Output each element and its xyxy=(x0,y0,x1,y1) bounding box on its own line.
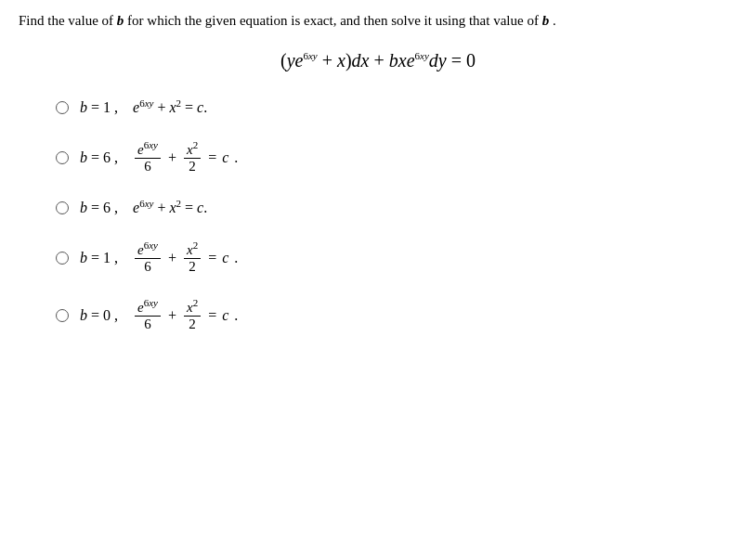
option-row-2: b = 6 , e6xy 6 + x2 2 = c. xyxy=(56,142,737,174)
frac-e6xy-4: e6xy 6 xyxy=(135,242,161,274)
b-value-4: b = 1 , xyxy=(80,250,118,266)
radio-4[interactable] xyxy=(56,252,69,265)
b-value-1: b = 1 , xyxy=(80,99,118,116)
radio-2[interactable] xyxy=(56,151,69,164)
frac-x2-2: x2 2 xyxy=(184,142,201,174)
header-variable: b xyxy=(117,13,124,28)
option-label-1: b = 1 , e6xy + x2 = c. xyxy=(80,99,207,116)
frac-e6xy-2: e6xy 6 xyxy=(135,142,161,174)
header-period: . xyxy=(553,13,556,28)
solution-3: e6xy + x2 = c. xyxy=(133,200,207,216)
option-label-2: b = 6 , e6xy 6 + x2 2 = c. xyxy=(80,142,238,174)
header: Find the value of b for which the given … xyxy=(19,9,737,32)
b-value-5: b = 0 , xyxy=(80,307,118,324)
option-row-5: b = 0 , e6xy 6 + x2 2 = c. xyxy=(56,300,737,331)
frac-x2-4: x2 2 xyxy=(184,242,201,274)
header-suffix: for which the given equation is exact, a… xyxy=(127,13,542,28)
option-row-1: b = 1 , e6xy + x2 = c. xyxy=(56,99,737,116)
main-equation: (ye6xy + x)dx + bxe6xydy = 0 xyxy=(19,50,737,71)
frac-e6xy-5: e6xy 6 xyxy=(135,300,161,331)
b-value-2: b = 6 , xyxy=(80,149,118,166)
option-label-4: b = 1 , e6xy 6 + x2 2 = c. xyxy=(80,242,238,274)
option-row-3: b = 6 , e6xy + x2 = c. xyxy=(56,200,737,216)
option-label-3: b = 6 , e6xy + x2 = c. xyxy=(80,200,207,216)
option-row-4: b = 1 , e6xy 6 + x2 2 = c. xyxy=(56,242,737,274)
radio-3[interactable] xyxy=(56,201,69,214)
radio-5[interactable] xyxy=(56,309,69,322)
main-eq-ye: ye6xy + x xyxy=(287,50,345,71)
options-container: b = 1 , e6xy + x2 = c. b = 6 , e6xy 6 + … xyxy=(56,99,737,331)
frac-x2-5: x2 2 xyxy=(184,300,201,331)
solution-1: e6xy + x2 = c. xyxy=(133,99,207,116)
radio-1[interactable] xyxy=(56,101,69,114)
header-variable2: b xyxy=(542,13,550,28)
header-prefix: Find the value of xyxy=(19,13,117,28)
option-label-5: b = 0 , e6xy 6 + x2 2 = c. xyxy=(80,300,238,331)
b-value-3: b = 6 , xyxy=(80,200,118,216)
